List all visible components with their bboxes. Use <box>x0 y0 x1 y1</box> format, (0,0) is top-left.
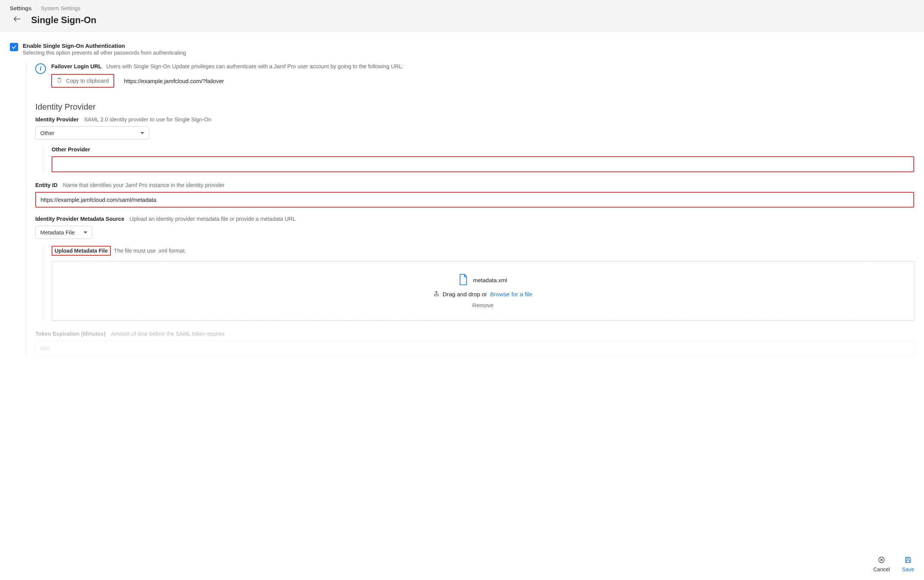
failover-url: https://example.jamfcloud.com/?failover <box>124 78 224 84</box>
identity-provider-select[interactable]: Other <box>35 126 149 140</box>
metadata-source-select[interactable]: Metadata File <box>35 226 92 239</box>
failover-desc: Users with Single Sign-On Update privile… <box>106 63 403 69</box>
metadata-source-select-value: Metadata File <box>40 229 75 236</box>
breadcrumb-sep: : <box>35 5 37 12</box>
chevron-down-icon <box>140 132 144 134</box>
clipboard-icon <box>56 77 62 85</box>
identity-provider-section-title: Identity Provider <box>35 102 914 112</box>
entity-id-label: Entity ID <box>35 182 58 188</box>
breadcrumb-sub[interactable]: System Settings <box>41 5 81 12</box>
idp-select-help: SAML 2.0 identity provider to use for Si… <box>84 117 211 122</box>
upload-icon <box>433 290 439 298</box>
failover-label: Failover Login URL <box>51 63 102 69</box>
copy-btn-label: Copy to clipboard <box>66 78 109 84</box>
browse-file-link[interactable]: Browse for a file <box>490 291 532 298</box>
entity-id-help: Name that identifies your Jamf Pro insta… <box>63 182 224 188</box>
upload-metadata-help: The file must use .xml format. <box>114 248 186 254</box>
other-provider-label: Other Provider <box>51 147 90 153</box>
copy-to-clipboard-button[interactable]: Copy to clipboard <box>51 74 114 87</box>
file-icon <box>459 274 468 287</box>
dnd-text: Drag and drop or <box>442 291 487 298</box>
metadata-source-help: Upload an identity provider metadata fil… <box>129 216 295 222</box>
back-arrow-icon[interactable] <box>10 14 24 26</box>
page-title: Single Sign-On <box>31 15 96 25</box>
breadcrumb-root[interactable]: Settings <box>10 5 31 12</box>
enable-sso-desc: Selecting this option prevents all other… <box>23 50 186 56</box>
identity-provider-select-value: Other <box>40 130 54 136</box>
metadata-source-label: Identity Provider Metadata Source <box>35 216 124 222</box>
other-provider-input[interactable] <box>51 156 914 172</box>
svg-rect-3 <box>434 294 439 296</box>
token-expiration-label: Token Expiration (Minutes) <box>35 331 106 337</box>
info-icon: i <box>35 63 46 74</box>
entity-id-input[interactable] <box>35 192 914 208</box>
enable-sso-checkbox[interactable] <box>10 43 18 51</box>
enable-sso-label: Enable Single Sign-On Authentication <box>23 43 186 49</box>
metadata-dropzone[interactable]: metadata.xml Drag and drop or Browse for… <box>51 261 914 321</box>
token-expiration-input[interactable] <box>35 341 914 356</box>
token-expiration-help: Amount of time before the SAML token exp… <box>111 331 224 337</box>
remove-file-link[interactable]: Remove <box>472 302 494 308</box>
chevron-down-icon <box>84 231 87 234</box>
uploaded-filename: metadata.xml <box>473 277 507 283</box>
breadcrumb: Settings : System Settings <box>10 5 914 12</box>
idp-select-label: Identity Provider <box>35 117 79 122</box>
upload-metadata-label: Upload Metadata File <box>51 246 111 256</box>
